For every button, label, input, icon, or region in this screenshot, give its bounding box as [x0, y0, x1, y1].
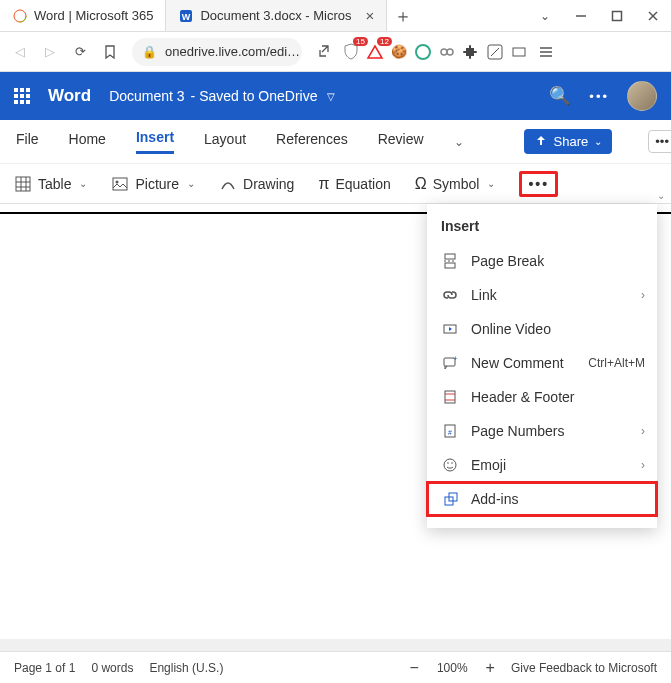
new-tab-button[interactable]: ＋ [387, 0, 419, 31]
tab-word365[interactable]: Word | Microsoft 365 [0, 0, 166, 31]
lock-icon: 🔒 [142, 45, 157, 59]
share-button[interactable]: Share ⌄ [524, 129, 613, 154]
insert-overflow-button[interactable]: ••• [519, 171, 558, 197]
share-url-button[interactable] [310, 38, 338, 66]
zoom-out-button[interactable]: − [410, 659, 419, 677]
svg-point-37 [451, 462, 453, 464]
tab-file[interactable]: File [16, 131, 39, 153]
avatar[interactable] [627, 81, 657, 111]
forward-button[interactable]: ▷ [36, 38, 64, 66]
svg-point-9 [441, 49, 447, 55]
svg-rect-17 [16, 177, 30, 191]
maximize-button[interactable] [599, 0, 635, 31]
more-options-icon[interactable]: ••• [589, 89, 609, 104]
menu-addins[interactable]: Add-ins [427, 482, 657, 516]
zoom-in-button[interactable]: + [486, 659, 495, 677]
addins-icon [441, 490, 459, 508]
video-icon [441, 320, 459, 338]
status-words[interactable]: 0 words [91, 661, 133, 675]
word-header: Word Document 3 - Saved to OneDrive ▽ 🔍 … [0, 72, 671, 120]
share-label: Share [554, 134, 589, 149]
search-icon[interactable]: 🔍 [549, 85, 571, 107]
tab-home[interactable]: Home [69, 131, 106, 153]
menu-page-break[interactable]: Page Break [427, 244, 657, 278]
svg-point-10 [447, 49, 453, 55]
menu-new-comment[interactable]: + New Comment Ctrl+Alt+M [427, 346, 657, 380]
status-page[interactable]: Page 1 of 1 [14, 661, 75, 675]
tab-label: Word | Microsoft 365 [34, 8, 153, 23]
svg-rect-24 [445, 254, 455, 259]
shortcut-label: Ctrl+Alt+M [588, 356, 645, 370]
extension-shield-icon[interactable]: 15 [340, 41, 362, 63]
app-title: Word [48, 86, 91, 106]
chevron-right-icon: › [641, 288, 645, 302]
extensions-puzzle-icon[interactable] [460, 41, 482, 63]
menu-page-numbers[interactable]: # Page Numbers › [427, 414, 657, 448]
insert-table-button[interactable]: Table⌄ [14, 175, 87, 193]
app-launcher-icon[interactable] [14, 88, 30, 104]
url-box[interactable]: 🔒 onedrive.live.com/edi… [132, 38, 302, 66]
extension-slash-icon[interactable] [484, 41, 506, 63]
tab-layout[interactable]: Layout [204, 131, 246, 153]
bookmark-button[interactable] [96, 38, 124, 66]
status-language[interactable]: English (U.S.) [149, 661, 223, 675]
browser-menu-icon[interactable] [532, 38, 560, 66]
save-status: - Saved to OneDrive [191, 88, 318, 104]
svg-rect-5 [613, 11, 622, 20]
chevron-down-icon: ▽ [327, 91, 335, 102]
document-area[interactable]: Insert Page Break Link › Online Video + … [0, 204, 671, 639]
insert-equation-button[interactable]: πEquation [318, 175, 390, 193]
extension-rect-icon[interactable] [508, 41, 530, 63]
close-window-button[interactable] [635, 0, 671, 31]
menu-emoji[interactable]: Emoji › [427, 448, 657, 482]
svg-point-23 [116, 180, 119, 183]
insert-menu-title: Insert [427, 212, 657, 244]
reload-button[interactable]: ⟳ [66, 38, 94, 66]
back-button[interactable]: ◁ [6, 38, 34, 66]
collapse-ribbon-icon[interactable]: ⌄ [657, 190, 665, 201]
doc-title-group[interactable]: Document 3 - Saved to OneDrive ▽ [109, 88, 335, 104]
insert-drawing-button[interactable]: Drawing [219, 175, 294, 193]
drawing-icon [219, 175, 237, 193]
horizontal-scrollbar[interactable] [0, 639, 671, 651]
ribbon-overflow-button[interactable]: ••• [648, 130, 671, 153]
svg-point-35 [444, 459, 456, 471]
minimize-button[interactable] [563, 0, 599, 31]
comment-icon: + [441, 354, 459, 372]
extension-c-icon[interactable] [412, 41, 434, 63]
emoji-icon [441, 456, 459, 474]
status-bar: Page 1 of 1 0 words English (U.S.) − 100… [0, 651, 671, 683]
menu-link[interactable]: Link › [427, 278, 657, 312]
insert-overflow-menu: Insert Page Break Link › Online Video + … [427, 204, 657, 528]
svg-text:W: W [182, 12, 191, 22]
tab-review[interactable]: Review [378, 131, 424, 153]
chevron-right-icon: › [641, 424, 645, 438]
more-tabs-chevron[interactable]: ⌄ [454, 135, 464, 149]
svg-point-8 [416, 45, 430, 59]
svg-rect-13 [513, 48, 525, 56]
insert-symbol-button[interactable]: ΩSymbol⌄ [415, 175, 496, 193]
share-icon [534, 135, 548, 149]
tab-document3[interactable]: W Document 3.docx - Micros × [166, 0, 387, 31]
insert-toolbar: Table⌄ Picture⌄ Drawing πEquation ΩSymbo… [0, 164, 671, 204]
svg-text:+: + [453, 355, 458, 363]
page-numbers-icon: # [441, 422, 459, 440]
svg-rect-25 [445, 263, 455, 268]
zoom-level[interactable]: 100% [437, 661, 468, 675]
tab-insert[interactable]: Insert [136, 129, 174, 154]
tab-dropdown-icon[interactable]: ⌄ [527, 0, 563, 31]
svg-rect-22 [113, 178, 127, 190]
menu-online-video[interactable]: Online Video [427, 312, 657, 346]
insert-picture-button[interactable]: Picture⌄ [111, 175, 195, 193]
office-favicon [12, 8, 28, 24]
close-tab-icon[interactable]: × [365, 7, 374, 24]
picture-icon [111, 175, 129, 193]
extension-triangle-icon[interactable]: 12 [364, 41, 386, 63]
svg-text:#: # [448, 429, 452, 436]
menu-header-footer[interactable]: Header & Footer [427, 380, 657, 414]
feedback-link[interactable]: Give Feedback to Microsoft [511, 661, 657, 675]
tab-label: Document 3.docx - Micros [200, 8, 351, 23]
word-favicon: W [178, 8, 194, 24]
tab-references[interactable]: References [276, 131, 348, 153]
extension-links-icon[interactable] [436, 41, 458, 63]
